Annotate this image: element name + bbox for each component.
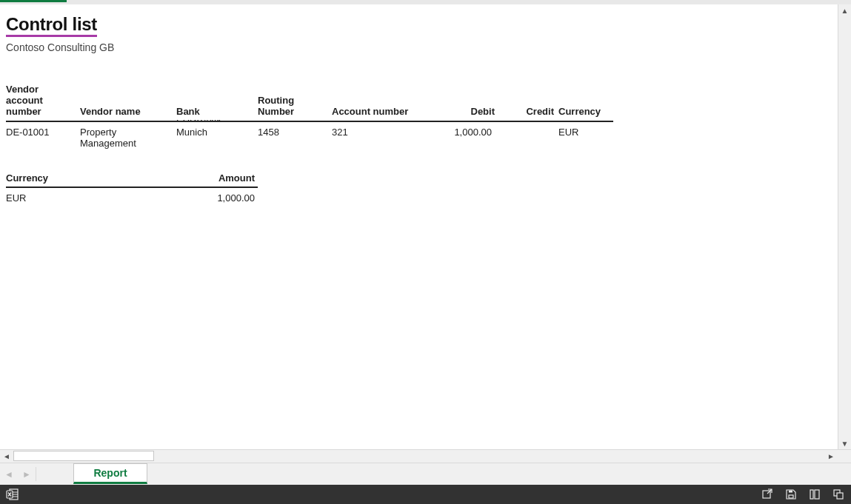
report-content: Control list Contoso Consulting GB Vendo…: [0, 4, 838, 212]
currency-summary-table: Currency Amount EUR 1,000.00: [6, 171, 258, 206]
scroll-right-button[interactable]: ►: [824, 451, 838, 463]
cell-vendor-account-number: DE-01001: [6, 121, 80, 152]
cell-summary-amount: 1,000.00: [169, 187, 258, 206]
col-summary-currency: Currency: [6, 171, 169, 187]
sheet-nav-next-icon[interactable]: ►: [22, 469, 31, 480]
horizontal-scrollbar[interactable]: ◄ ►: [0, 449, 851, 463]
sheet-tab-rest: [147, 463, 851, 485]
sheet-nav-spacer: [36, 463, 73, 485]
page-layout-icon[interactable]: [808, 488, 821, 501]
col-credit: Credit: [495, 83, 554, 121]
svg-rect-6: [789, 495, 793, 498]
hscroll-thumb[interactable]: [13, 451, 154, 461]
scroll-up-button[interactable]: ▲: [839, 4, 851, 16]
excel-icon[interactable]: [6, 488, 19, 501]
sheet-nav-prev-icon[interactable]: ◄: [4, 469, 13, 480]
cell-routing-number: 1458: [258, 121, 332, 152]
col-currency: Currency: [554, 83, 613, 121]
scroll-down-button[interactable]: ▼: [839, 437, 851, 449]
col-vendor-name: Vendor name: [80, 83, 176, 121]
fullscreen-icon[interactable]: [832, 488, 845, 501]
scrollbar-corner: [838, 450, 851, 463]
svg-rect-8: [810, 490, 813, 499]
save-icon[interactable]: [784, 488, 798, 501]
status-bar: [0, 485, 851, 504]
vendor-payments-table: Vendor account number Vendor name Bank R…: [6, 83, 613, 152]
report-title: Control list: [6, 15, 97, 37]
svg-rect-11: [837, 493, 843, 499]
col-account-number: Account number: [332, 83, 428, 121]
sheet-tab-bar: ◄ ► Report: [0, 463, 851, 485]
cell-debit: 1,000.00: [428, 121, 495, 152]
report-viewport: Control list Contoso Consulting GB Vendo…: [0, 4, 851, 449]
cell-bank-value: Munich: [176, 127, 207, 138]
svg-rect-7: [789, 491, 792, 493]
report-page: Control list Contoso Consulting GB Vendo…: [0, 4, 838, 449]
col-bank: Bank: [176, 83, 258, 121]
cell-vendor-name: Property Management: [80, 121, 176, 152]
tab-report[interactable]: Report: [73, 463, 147, 484]
summary-row: EUR 1,000.00: [6, 187, 258, 206]
col-summary-amount: Amount: [169, 171, 258, 187]
top-accent: [0, 0, 67, 2]
col-vendor-account-number: Vendor account number: [6, 83, 80, 121]
scroll-track[interactable]: [838, 16, 851, 437]
col-debit: Debit: [428, 83, 495, 121]
table-header-row: Vendor account number Vendor name Bank R…: [6, 83, 613, 121]
share-icon[interactable]: [761, 488, 774, 501]
table-row: DE-01001 Property Management EURBANK Mun…: [6, 121, 613, 152]
svg-rect-9: [815, 490, 819, 499]
cell-summary-currency: EUR: [6, 187, 169, 206]
col-routing-number: Routing Number: [258, 83, 332, 121]
sheet-nav-buttons: ◄ ►: [0, 463, 36, 485]
cell-account-number: 321: [332, 121, 428, 152]
hscroll-track[interactable]: [13, 450, 824, 463]
scroll-left-button[interactable]: ◄: [0, 451, 13, 463]
cell-credit: [495, 121, 554, 152]
cell-bank: EURBANK Munich: [176, 121, 258, 152]
cell-currency: EUR: [554, 121, 613, 152]
company-name: Contoso Consulting GB: [6, 41, 832, 53]
vertical-scrollbar[interactable]: ▲ ▼: [838, 4, 851, 449]
summary-header-row: Currency Amount: [6, 171, 258, 187]
app-root: Control list Contoso Consulting GB Vendo…: [0, 0, 851, 504]
